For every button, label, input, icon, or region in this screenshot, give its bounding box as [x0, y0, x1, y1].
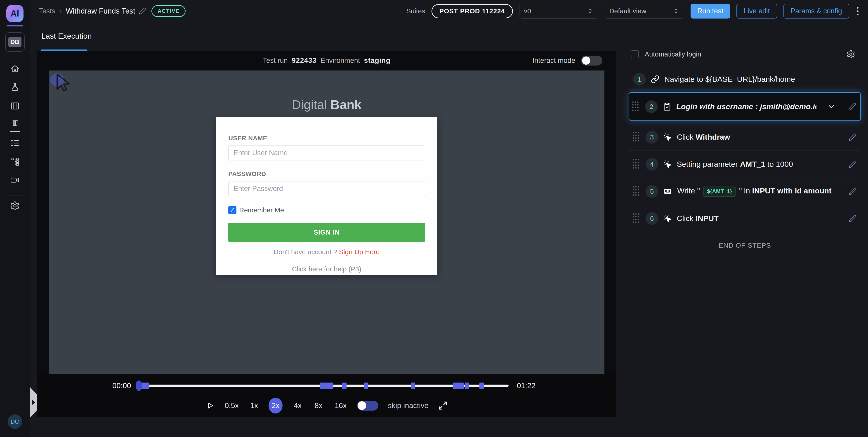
edit-step-button[interactable]: [848, 214, 857, 223]
drag-handle-icon[interactable]: [632, 131, 639, 143]
username-input[interactable]: [228, 146, 425, 160]
tab-active-indicator: [41, 50, 87, 51]
video-camera-icon: [10, 175, 20, 185]
cursor-click-icon: [663, 160, 672, 168]
timeline-activity-segment[interactable]: [320, 382, 334, 389]
sidebar-item-flows[interactable]: [9, 156, 20, 167]
tab-last-execution[interactable]: Last Execution: [41, 32, 92, 51]
user-avatar[interactable]: DC: [8, 414, 22, 429]
fullscreen-button[interactable]: [438, 401, 447, 410]
chevron-right-icon: [32, 400, 35, 405]
cursor-click-icon: [663, 133, 672, 142]
drag-handle-icon[interactable]: [632, 159, 639, 170]
speed-2x-button[interactable]: 2x: [269, 398, 283, 413]
speed-4x-button[interactable]: 4x: [292, 401, 303, 410]
more-options-button[interactable]: [856, 7, 860, 15]
edit-step-button[interactable]: [848, 102, 856, 111]
timeline-activity-segment[interactable]: [453, 382, 464, 389]
pencil-icon: [848, 133, 857, 141]
logo-divider: [6, 25, 23, 26]
playback-controls: 0.5x 1x 2x 4x 8x 16x skip inactive: [37, 396, 616, 415]
end-of-steps-label: END OF STEPS: [629, 242, 861, 249]
time-current: 00:00: [112, 381, 131, 390]
speed-16x-button[interactable]: 16x: [334, 401, 348, 410]
status-badge: ACTIVE: [151, 5, 186, 17]
recorded-cursor: [50, 72, 75, 97]
password-input[interactable]: [228, 181, 425, 196]
sidebar-item-checklist[interactable]: [9, 137, 20, 149]
speed-1x-button[interactable]: 1x: [249, 401, 259, 410]
environment-label: Environment: [320, 57, 360, 65]
interact-mode-toggle[interactable]: [581, 56, 602, 65]
timeline-activity-segment[interactable]: [465, 382, 469, 389]
step-row-6[interactable]: 6 Click INPUT: [629, 205, 861, 232]
timeline-activity-segment[interactable]: [342, 382, 346, 389]
steps-settings-button[interactable]: [846, 50, 855, 59]
edit-step-button[interactable]: [848, 187, 857, 195]
app-root: AI DB DC Tes: [0, 0, 868, 437]
speed-0.5x-button[interactable]: 0.5x: [224, 401, 240, 410]
step-row-1[interactable]: 1 Navigate to ${BASE_URL}/bank/home: [629, 69, 861, 90]
suite-pill[interactable]: POST PROD 112224: [432, 4, 513, 18]
step-number: 5: [646, 185, 658, 198]
flask-icon: [10, 83, 20, 92]
timeline-activity-segment[interactable]: [479, 382, 484, 389]
username-label: USER NAME: [228, 135, 425, 142]
version-select[interactable]: v0: [519, 4, 598, 19]
clipboard-check-icon: [663, 102, 671, 111]
login-card: USER NAME PASSWORD ✓ Remember Me SIGN IN…: [216, 117, 437, 275]
gear-icon: [10, 201, 20, 211]
password-label: PASSWORD: [228, 170, 425, 178]
cursor-click-icon: [663, 214, 672, 223]
step-row-4[interactable]: 4 Setting parameter AMT_1 to 1000: [629, 151, 861, 178]
timeline-activity-segment[interactable]: [141, 382, 149, 389]
speed-8x-button[interactable]: 8x: [313, 401, 324, 410]
sign-up-link[interactable]: Sign Up Here: [339, 248, 380, 255]
chevron-updown-icon: [587, 8, 594, 14]
drag-handle-icon[interactable]: [632, 186, 639, 197]
drag-handle-icon[interactable]: [632, 213, 639, 224]
test-run-value: 922433: [292, 57, 316, 65]
help-link[interactable]: Click here for help (P3): [228, 265, 425, 273]
timeline-activity-segment[interactable]: [364, 382, 368, 389]
remember-me-checkbox[interactable]: ✓: [228, 206, 237, 214]
step-row-5[interactable]: 5 Write " ${AMT_1} " in INPUT with id am…: [629, 178, 861, 205]
play-button[interactable]: [206, 401, 214, 410]
sidebar-item-suites[interactable]: [9, 100, 20, 112]
timeline-track[interactable]: [139, 384, 509, 387]
edit-step-button[interactable]: [848, 160, 857, 168]
sign-in-button[interactable]: SIGN IN: [228, 223, 425, 242]
bank-title-light: Digital: [292, 97, 327, 112]
timeline-activity-segment[interactable]: [411, 382, 415, 389]
edit-title-button[interactable]: [139, 7, 146, 15]
edit-step-button[interactable]: [848, 133, 857, 141]
home-icon: [10, 64, 20, 74]
run-test-button[interactable]: Run test: [690, 4, 730, 19]
step-row-3[interactable]: 3 Click Withdraw: [629, 124, 861, 151]
timeline[interactable]: [139, 380, 509, 391]
video-frame[interactable]: Digital Bank USER NAME PASSWORD ✓ Rememb…: [49, 70, 604, 384]
app-logo-icon[interactable]: AI: [6, 5, 24, 22]
checklist-icon: [10, 138, 20, 148]
step-number: 4: [646, 158, 658, 170]
chevron-down-icon[interactable]: [827, 102, 836, 111]
params-config-button[interactable]: Params & config: [783, 4, 849, 19]
drag-handle-icon[interactable]: [632, 101, 639, 112]
timeline-scrubber[interactable]: [135, 380, 142, 391]
step-row-2-selected[interactable]: 2 Login with username : jsmith@demo.io a…: [629, 92, 861, 121]
auto-login-checkbox[interactable]: [631, 50, 639, 58]
sidebar-item-recordings[interactable]: [9, 175, 20, 186]
keyboard-icon: [663, 187, 672, 196]
sidebar-item-tests[interactable]: [9, 82, 20, 93]
pencil-icon: [848, 187, 857, 195]
sidebar-item-home[interactable]: [9, 63, 20, 74]
skip-inactive-toggle[interactable]: [357, 401, 378, 411]
bank-app-title: Digital Bank: [49, 97, 604, 112]
breadcrumb-tests[interactable]: Tests: [39, 7, 55, 15]
live-edit-button[interactable]: Live edit: [737, 4, 777, 19]
sidebar-item-executions[interactable]: [9, 119, 20, 130]
sidebar-item-settings[interactable]: [9, 200, 20, 211]
view-select[interactable]: Default view: [604, 4, 684, 19]
pencil-icon: [848, 160, 857, 168]
workspace-switcher[interactable]: DB: [5, 32, 25, 52]
